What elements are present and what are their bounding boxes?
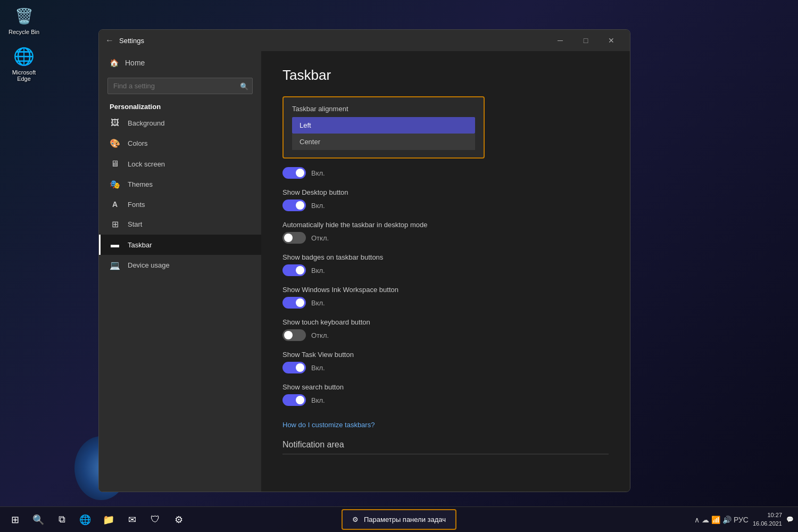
back-button[interactable]: ← xyxy=(105,36,114,45)
taskbar-settings-tooltip[interactable]: ⚙ Параметры панели задач xyxy=(342,509,456,530)
microsoft-edge-icon[interactable]: 🌐 Microsoft Edge xyxy=(5,46,43,82)
mail-icon: ✉ xyxy=(128,514,136,526)
settings-window: ← Settings ─ □ ✕ 🏠 Home 🔍 Pers xyxy=(98,29,630,492)
toggle-5[interactable] xyxy=(282,329,306,341)
sidebar-item-themes[interactable]: 🎭 Themes xyxy=(99,174,261,195)
mail-button[interactable]: ✉ xyxy=(121,509,143,530)
setting-row-3: Show badges on taskbar buttons Вкл. xyxy=(282,253,609,276)
folder-button[interactable]: 📁 xyxy=(98,509,119,530)
dropdown-selected-option[interactable]: Left xyxy=(292,117,475,134)
toggle-2[interactable] xyxy=(282,232,306,244)
toggle-3[interactable] xyxy=(282,264,306,276)
setting-label-7: Show search button xyxy=(282,383,609,391)
setting-row-1: Show Desktop button Вкл. xyxy=(282,188,609,211)
setting-label-1: Show Desktop button xyxy=(282,188,609,196)
sidebar-search[interactable]: 🔍 xyxy=(107,78,253,94)
toggle-row-7: Вкл. xyxy=(282,394,609,406)
taskbar-alignment-dropdown[interactable]: Taskbar alignment Left Center xyxy=(282,96,485,159)
toggle-label-7: Вкл. xyxy=(311,396,325,404)
setting-row-5: Show touch keyboard button Откл. xyxy=(282,318,609,341)
toggle-4[interactable] xyxy=(282,297,306,309)
sidebar-item-start[interactable]: ⊞ Start xyxy=(99,214,261,235)
sidebar: 🏠 Home 🔍 Personalization 🖼 Background 🎨 … xyxy=(99,51,261,492)
toggle-row-2: Откл. xyxy=(282,232,609,244)
sidebar-item-background[interactable]: 🖼 Background xyxy=(99,113,261,133)
toggle-label-5: Откл. xyxy=(311,331,329,339)
title-bar-left: ← Settings xyxy=(105,36,144,45)
setting-label-5: Show touch keyboard button xyxy=(282,318,609,326)
setting-row-6: Show Task View button Вкл. xyxy=(282,351,609,373)
folder-icon: 📁 xyxy=(103,514,114,526)
edge-label: Microsoft Edge xyxy=(5,69,43,82)
toggle-7[interactable] xyxy=(282,394,306,406)
shield-button[interactable]: 🛡 xyxy=(145,509,166,530)
lock-screen-icon: 🖥 xyxy=(110,159,120,169)
customize-taskbars-link[interactable]: How do I customize taskbars? xyxy=(282,421,375,429)
edge-taskbar-button[interactable]: 🌐 xyxy=(74,509,96,530)
language-label: РУС xyxy=(734,516,749,524)
notification-icon[interactable]: 💬 xyxy=(786,516,794,523)
sidebar-item-lock-screen[interactable]: 🖥 Lock screen xyxy=(99,154,261,174)
edge-taskbar-icon: 🌐 xyxy=(79,514,91,526)
sidebar-section-title: Personalization xyxy=(99,99,261,113)
device-usage-icon: 💻 xyxy=(110,260,120,270)
toggle-label-4: Вкл. xyxy=(311,299,325,307)
sidebar-item-taskbar[interactable]: ▬ Taskbar xyxy=(99,235,261,255)
setting-label-6: Show Task View button xyxy=(282,351,609,359)
start-icon: ⊞ xyxy=(110,219,120,229)
toggle-6[interactable] xyxy=(282,362,306,373)
sidebar-item-device-usage[interactable]: 💻 Device usage xyxy=(99,255,261,276)
taskbar-left: ⊞ 🔍 ⧉ 🌐 📁 ✉ 🛡 ⚙ xyxy=(4,509,189,530)
background-label: Background xyxy=(128,119,164,127)
page-title: Taskbar xyxy=(282,67,609,84)
toggle-row-3: Вкл. xyxy=(282,264,609,276)
tooltip-settings-icon: ⚙ xyxy=(352,516,359,523)
search-input[interactable] xyxy=(107,78,253,94)
lock-screen-label: Lock screen xyxy=(128,160,165,168)
device-usage-label: Device usage xyxy=(128,261,170,269)
toggle-1[interactable] xyxy=(282,200,306,211)
title-bar: ← Settings ─ □ ✕ xyxy=(99,30,630,51)
toggle-label-6: Вкл. xyxy=(311,364,325,372)
recycle-bin-image: 🗑️ xyxy=(13,5,35,27)
desktop: 🗑️ Recycle Bin 🌐 Microsoft Edge ← Settin… xyxy=(0,0,798,532)
main-content: Taskbar Taskbar alignment Left Center Вк… xyxy=(261,51,630,492)
taskbar: ⊞ 🔍 ⧉ 🌐 📁 ✉ 🛡 ⚙ xyxy=(0,506,798,532)
taskbar-right: ∧ ☁ 📶 🔊 РУС 10:27 16.06.2021 💬 xyxy=(694,511,794,528)
sidebar-item-colors[interactable]: 🎨 Colors xyxy=(99,133,261,154)
edge-image: 🌐 xyxy=(13,46,35,67)
taskbar-tooltip-center: ⚙ Параметры панели задач xyxy=(342,509,456,530)
sidebar-item-fonts[interactable]: A Fonts xyxy=(99,195,261,214)
sidebar-item-home[interactable]: 🏠 Home xyxy=(99,51,261,74)
desktop-icons: 🗑️ Recycle Bin 🌐 Microsoft Edge xyxy=(5,5,43,82)
setting-row-4: Show Windows Ink Workspace button Вкл. xyxy=(282,286,609,309)
setting-row-2: Automatically hide the taskbar in deskto… xyxy=(282,221,609,244)
themes-icon: 🎭 xyxy=(110,179,120,189)
toggle-0[interactable] xyxy=(282,167,306,179)
network-icon[interactable]: 📶 xyxy=(711,516,720,524)
task-view-button[interactable]: ⧉ xyxy=(51,509,72,530)
setting-row-7: Show search button Вкл. xyxy=(282,383,609,406)
minimize-button[interactable]: ─ xyxy=(548,32,572,49)
recycle-bin-icon[interactable]: 🗑️ Recycle Bin xyxy=(5,5,43,35)
start-button[interactable]: ⊞ xyxy=(4,509,26,530)
toggle-row-0: Вкл. xyxy=(282,167,609,179)
maximize-button[interactable]: □ xyxy=(573,32,598,49)
window-title: Settings xyxy=(119,37,144,45)
home-label: Home xyxy=(125,59,145,67)
home-icon: 🏠 xyxy=(110,59,119,67)
themes-label: Themes xyxy=(128,180,153,188)
dropdown-center-option[interactable]: Center xyxy=(292,134,475,150)
clock-date: 16.06.2021 xyxy=(753,520,782,528)
window-controls: ─ □ ✕ xyxy=(548,32,624,49)
settings-taskbar-button[interactable]: ⚙ xyxy=(168,509,189,530)
window-body: 🏠 Home 🔍 Personalization 🖼 Background 🎨 … xyxy=(99,51,630,492)
notification-area-heading: Notification area xyxy=(282,440,609,454)
chevron-icon[interactable]: ∧ xyxy=(694,516,700,524)
taskbar-clock[interactable]: 10:27 16.06.2021 xyxy=(753,511,782,528)
clock-time: 10:27 xyxy=(753,511,782,519)
search-button[interactable]: 🔍 xyxy=(28,509,49,530)
volume-icon[interactable]: 🔊 xyxy=(722,516,732,524)
cloud-icon[interactable]: ☁ xyxy=(702,516,709,524)
close-button[interactable]: ✕ xyxy=(599,32,624,49)
